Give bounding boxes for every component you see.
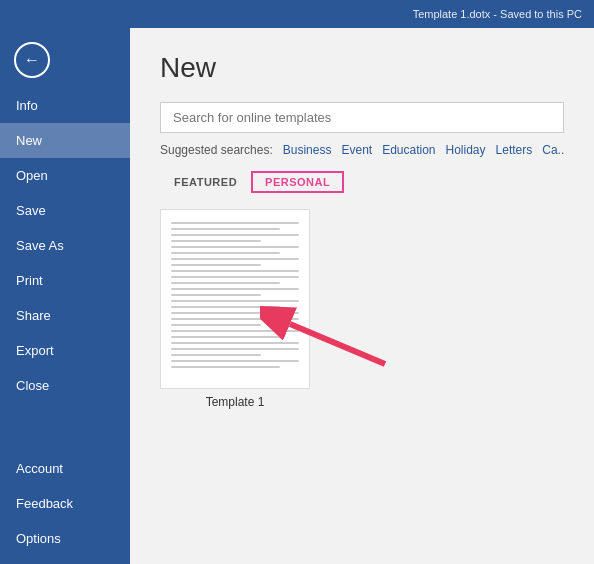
tab-featured[interactable]: FEATURED [160,171,251,193]
thumb-line [171,264,261,266]
sidebar-item-account[interactable]: Account [0,451,130,486]
thumb-line [171,360,299,362]
sidebar-item-label: Export [16,343,54,358]
suggested-education[interactable]: Education [382,143,435,157]
sidebar-item-close[interactable]: Close [0,368,130,403]
sidebar-item-options[interactable]: Options [0,521,130,556]
thumb-line [171,282,280,284]
main-inner: New Suggested searches: Business Event E… [130,28,594,564]
thumb-line [171,258,299,260]
tab-personal[interactable]: PERSONAL [251,171,344,193]
template-label: Template 1 [206,395,265,409]
thumb-line [171,294,261,296]
back-icon: ← [24,51,40,69]
sidebar-item-feedback[interactable]: Feedback [0,486,130,521]
sidebar-item-label: New [16,133,42,148]
template-thumbnail [160,209,310,389]
suggested-more[interactable]: Ca... [542,143,564,157]
tabs-row: FEATURED PERSONAL [160,171,564,193]
sidebar-item-label: Close [16,378,49,393]
thumb-line [171,300,299,302]
thumb-line [171,270,299,272]
thumb-line [171,228,280,230]
thumb-line [171,306,280,308]
page-title: New [160,52,564,84]
sidebar-item-label: Print [16,273,43,288]
search-input[interactable] [160,102,564,133]
thumb-line [171,246,299,248]
template-card[interactable]: Template 1 [160,209,310,409]
sidebar-item-share[interactable]: Share [0,298,130,333]
thumb-line [171,336,280,338]
sidebar-item-open[interactable]: Open [0,158,130,193]
sidebar-item-label: Save [16,203,46,218]
suggested-letters[interactable]: Letters [496,143,533,157]
sidebar-item-label: Account [16,461,63,476]
sidebar-item-save[interactable]: Save [0,193,130,228]
sidebar-item-label: Info [16,98,38,113]
sidebar-item-label: Feedback [16,496,73,511]
sidebar: ← Info New Open Save Save As Print Share… [0,0,130,564]
thumb-line [171,222,299,224]
suggested-holiday[interactable]: Holiday [446,143,486,157]
template-card-wrapper: Template 1 [160,209,310,409]
thumb-line [171,234,299,236]
sidebar-item-print[interactable]: Print [0,263,130,298]
sidebar-item-label: Options [16,531,61,546]
back-button[interactable]: ← [14,42,50,78]
sidebar-item-info[interactable]: Info [0,88,130,123]
thumb-line [171,348,299,350]
thumb-line [171,312,299,314]
suggested-event[interactable]: Event [341,143,372,157]
sidebar-item-new[interactable]: New [0,123,130,158]
suggested-searches: Suggested searches: Business Event Educa… [160,143,564,157]
thumb-line [171,276,299,278]
thumb-line [171,330,299,332]
thumb-line [171,318,299,320]
thumb-line [171,240,261,242]
thumb-line [171,324,261,326]
sidebar-item-label: Save As [16,238,64,253]
thumb-line [171,342,299,344]
suggested-label: Suggested searches: [160,143,273,157]
thumb-line [171,366,280,368]
thumb-line [171,252,280,254]
sidebar-item-save-as[interactable]: Save As [0,228,130,263]
suggested-business[interactable]: Business [283,143,332,157]
templates-grid: Template 1 [160,209,564,409]
thumb-line [171,288,299,290]
sidebar-bottom: Account Feedback Options [0,451,130,556]
sidebar-item-label: Open [16,168,48,183]
thumb-line [171,354,261,356]
sidebar-item-export[interactable]: Export [0,333,130,368]
title-bar-text: Template 1.dotx - Saved to this PC [413,8,582,20]
main-content: New Suggested searches: Business Event E… [130,0,594,564]
sidebar-item-label: Share [16,308,51,323]
